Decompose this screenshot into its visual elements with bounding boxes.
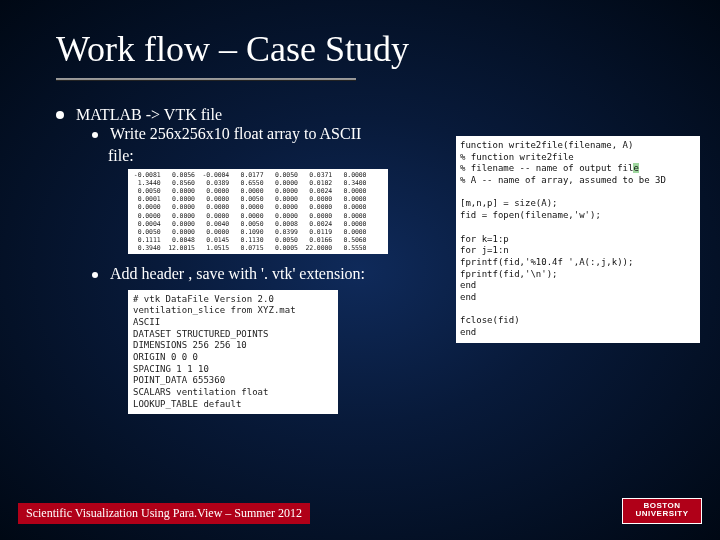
code-line: for j=1:n bbox=[460, 245, 696, 257]
footer-label: Scientific Visualization Using Para.View… bbox=[18, 503, 310, 524]
code-line: ventilation_slice from XYZ.mat bbox=[133, 305, 333, 317]
table-row: 0.0000 0.0000 0.0000 0.0000 0.0000 0.000… bbox=[130, 203, 386, 211]
code-line: [m,n,p] = size(A); bbox=[460, 198, 696, 210]
code-line: for k=1:p bbox=[460, 234, 696, 246]
code-line bbox=[460, 222, 696, 234]
code-line: POINT_DATA 655360 bbox=[133, 375, 333, 387]
code-line: fprintf(fid,'\n'); bbox=[460, 269, 696, 281]
table-row: 0.1111 0.0048 0.0145 0.1130 0.0050 0.016… bbox=[130, 236, 386, 244]
code-line: SPACING 1 1 10 bbox=[133, 364, 333, 376]
vtk-header-box: # vtk DataFile Version 2.0 ventilation_s… bbox=[128, 290, 338, 415]
table-row: 0.0000 0.0000 0.0000 0.0000 0.0000 0.000… bbox=[130, 212, 386, 220]
code-line: function write2file(filename, A) bbox=[460, 140, 696, 152]
bullet-icon bbox=[92, 272, 98, 278]
matlab-code-box: function write2file(filename, A) % funct… bbox=[456, 136, 700, 343]
bullet-text: MATLAB -> VTK file bbox=[76, 106, 222, 123]
logo-line: UNIVERSITY bbox=[623, 510, 701, 518]
highlight: e bbox=[633, 163, 638, 173]
code-line: fid = fopen(filename,'w'); bbox=[460, 210, 696, 222]
code-line: end bbox=[460, 327, 696, 339]
bullet-icon bbox=[92, 132, 98, 138]
boston-university-logo: BOSTON UNIVERSITY bbox=[622, 498, 702, 524]
code-line: DATASET STRUCTURED_POINTS bbox=[133, 329, 333, 341]
code-line bbox=[460, 187, 696, 199]
code-line: LOOKUP_TABLE default bbox=[133, 399, 333, 411]
code-line bbox=[460, 304, 696, 316]
bullet-icon bbox=[56, 111, 64, 119]
table-row: 0.0001 0.0000 0.0000 0.0050 0.0000 0.000… bbox=[130, 195, 386, 203]
table-row: 0.0050 0.0000 0.0000 0.0000 0.0000 0.002… bbox=[130, 187, 386, 195]
code-line: % filename -- name of output file bbox=[460, 163, 696, 175]
code-line: fprintf(fid,'%10.4f ',A(:,j,k)); bbox=[460, 257, 696, 269]
table-row: 0.0004 0.0000 0.0040 0.0050 0.0008 0.002… bbox=[130, 220, 386, 228]
code-line: % function write2file bbox=[460, 152, 696, 164]
slide-title: Work flow – Case Study bbox=[0, 0, 720, 78]
code-line: end bbox=[460, 280, 696, 292]
table-row: 0.0050 0.0000 0.0000 0.1090 0.0399 0.011… bbox=[130, 228, 386, 236]
bullet-text: Add header , save with '. vtk' extension… bbox=[110, 266, 365, 283]
bullet-text: file: bbox=[108, 147, 134, 164]
code-line: % A -- name of array, assumed to be 3D bbox=[460, 175, 696, 187]
table-row: 1.3440 0.8560 0.0389 0.6550 0.0000 0.010… bbox=[130, 179, 386, 187]
code-line: ORIGIN 0 0 0 bbox=[133, 352, 333, 364]
code-line: fclose(fid) bbox=[460, 315, 696, 327]
code-line: DIMENSIONS 256 256 10 bbox=[133, 340, 333, 352]
table-row: 0.3940 12.0015 1.0515 0.0715 0.0005 22.0… bbox=[130, 244, 386, 252]
numeric-data-table: -0.0081 0.0056 -0.0004 0.0177 0.0050 0.0… bbox=[128, 169, 388, 254]
table-row: -0.0081 0.0056 -0.0004 0.0177 0.0050 0.0… bbox=[130, 171, 386, 179]
code-line: SCALARS ventilation float bbox=[133, 387, 333, 399]
bullet-text: Write 256x256x10 float array to ASCII bbox=[110, 126, 361, 143]
code-line: ASCII bbox=[133, 317, 333, 329]
code-line: end bbox=[460, 292, 696, 304]
code-line: # vtk DataFile Version 2.0 bbox=[133, 294, 333, 306]
